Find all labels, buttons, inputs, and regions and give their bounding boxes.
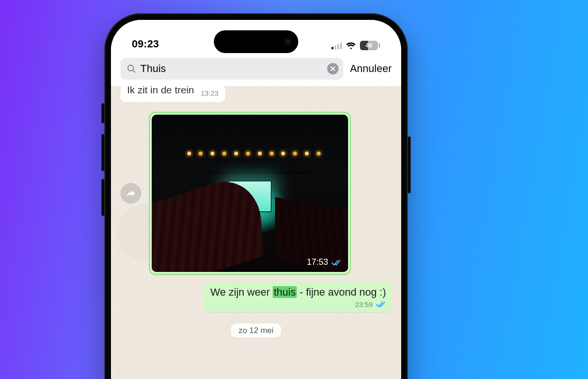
read-ticks-icon <box>331 259 341 266</box>
incoming-message-text: Ik zit in de trein <box>127 86 194 96</box>
svg-line-1 <box>133 70 135 72</box>
cellular-signal-icon <box>331 42 342 49</box>
text-message-meta: 23:59 <box>211 300 386 308</box>
attached-image[interactable]: 17:53 <box>152 115 348 272</box>
outgoing-message-text: We zijn weer thuis - fijne avond nog :) <box>211 285 386 299</box>
status-time: 09:23 <box>132 38 159 50</box>
date-separator-chip: zo 12 mei <box>231 324 281 338</box>
search-input[interactable] <box>140 63 323 75</box>
battery-indicator: 46 <box>360 41 380 50</box>
search-highlight: thuis <box>273 286 296 298</box>
volume-up-button[interactable] <box>101 134 104 171</box>
wifi-icon <box>346 42 356 49</box>
read-ticks-icon <box>376 300 386 308</box>
search-row: Annuleer <box>111 55 401 86</box>
image-message-meta: 17:53 <box>307 257 341 267</box>
forward-icon <box>126 188 136 199</box>
incoming-message-bubble[interactable]: Ik zit in de trein 13:23 <box>120 86 225 102</box>
status-right: 46 <box>331 41 380 50</box>
search-icon <box>126 63 137 74</box>
clear-search-button[interactable] <box>327 63 339 74</box>
volume-down-button[interactable] <box>101 179 104 216</box>
search-field[interactable] <box>120 58 343 80</box>
cancel-button[interactable]: Annuleer <box>350 63 392 75</box>
screen: 09:23 46 <box>111 20 401 379</box>
dynamic-island <box>214 30 298 53</box>
power-button[interactable] <box>408 136 411 193</box>
close-icon <box>330 66 336 72</box>
image-message-time: 17:53 <box>307 257 328 267</box>
battery-percent: 46 <box>366 42 372 49</box>
chat-area[interactable]: Ik zit in de trein 13:23 <box>111 86 401 379</box>
text-message-time: 23:59 <box>355 300 373 308</box>
incoming-message-time: 13:23 <box>201 89 219 97</box>
silence-switch[interactable] <box>101 103 104 123</box>
phone-frame: 09:23 46 <box>104 13 408 379</box>
outgoing-image-bubble[interactable]: 17:53 <box>149 112 351 275</box>
forward-button[interactable] <box>120 183 141 204</box>
outgoing-text-bubble[interactable]: We zijn weer thuis - fijne avond nog :) … <box>204 281 392 312</box>
